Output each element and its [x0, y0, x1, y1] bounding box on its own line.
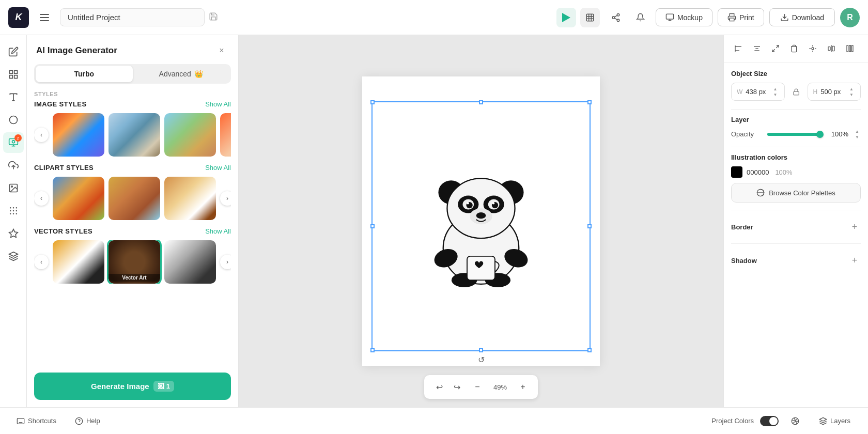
handle-mid-left[interactable]: [370, 224, 375, 228]
sidebar-upload-icon[interactable]: [3, 155, 24, 176]
user-avatar[interactable]: R: [840, 8, 860, 27]
image-styles-show-all[interactable]: Show All: [205, 100, 231, 108]
handle-bottom-left[interactable]: [370, 348, 375, 352]
style-thumb-tiger[interactable]: [53, 240, 104, 284]
project-title-input[interactable]: [60, 8, 205, 26]
add-shadow-button[interactable]: +: [848, 254, 861, 267]
right-panel-toolbar: [724, 35, 868, 63]
shortcuts-button[interactable]: Shortcuts: [10, 414, 63, 428]
opacity-up[interactable]: ▲: [854, 129, 861, 134]
frame-button[interactable]: [580, 8, 600, 27]
style-thumb-anime[interactable]: [164, 113, 216, 157]
sidebar-shapes-icon[interactable]: [3, 110, 24, 130]
handle-top-mid[interactable]: [479, 100, 483, 104]
lock-aspect-button[interactable]: [789, 85, 803, 99]
handle-bottom-mid[interactable]: [479, 348, 483, 352]
notifications-button[interactable]: [631, 8, 650, 27]
style-thumb-wolf[interactable]: [164, 240, 216, 284]
svg-point-10: [612, 16, 615, 19]
sidebar-edit-icon[interactable]: [3, 41, 24, 62]
image-styles-prev[interactable]: ‹: [34, 128, 49, 142]
sidebar-ai-icon[interactable]: 2: [3, 132, 24, 153]
svg-point-37: [9, 213, 11, 215]
height-field[interactable]: H 500 px ▲ ▼: [808, 83, 861, 101]
sidebar-ai-gen-icon[interactable]: [3, 223, 24, 244]
mockup-button[interactable]: Mockup: [656, 8, 712, 26]
opacity-down[interactable]: ▼: [854, 134, 861, 140]
vector-styles-prev[interactable]: ‹: [34, 255, 49, 269]
columns-tool[interactable]: [842, 40, 858, 57]
share-button[interactable]: [606, 8, 626, 27]
svg-line-72: [776, 45, 779, 48]
browse-color-palettes-button[interactable]: Browse Color Palettes: [731, 183, 861, 203]
delete-tool[interactable]: [786, 40, 802, 57]
download-button[interactable]: Download: [769, 8, 835, 26]
rotate-handle[interactable]: ↺: [478, 355, 485, 365]
play-button[interactable]: [556, 8, 576, 27]
panda-selection-box[interactable]: ↺: [371, 101, 591, 351]
zoom-in-button[interactable]: +: [515, 379, 531, 395]
save-icon[interactable]: [209, 12, 218, 23]
style-thumb-cat[interactable]: [109, 177, 160, 220]
sidebar-layers-icon[interactable]: [3, 246, 24, 267]
width-down[interactable]: ▼: [772, 92, 779, 97]
style-thumb-portrait[interactable]: [53, 113, 104, 157]
generate-image-button[interactable]: Generate Image 🖼 1: [34, 373, 231, 400]
opacity-thumb[interactable]: [816, 131, 824, 138]
clipart-styles-next[interactable]: ›: [220, 191, 231, 206]
height-spinner[interactable]: ▲ ▼: [848, 86, 855, 97]
sidebar-dotgrid-icon[interactable]: [3, 200, 24, 221]
vector-styles-show-all[interactable]: Show All: [205, 227, 231, 235]
layers-button[interactable]: Layers: [812, 414, 858, 428]
redo-button[interactable]: ↪: [449, 379, 464, 395]
handle-bottom-right[interactable]: [587, 348, 592, 352]
style-thumb-colorful[interactable]: [220, 113, 231, 157]
clipart-styles-show-all[interactable]: Show All: [205, 164, 231, 172]
align-left-tool[interactable]: [730, 40, 747, 57]
image-styles-row: ‹ ›: [34, 113, 231, 157]
sidebar-grid-icon[interactable]: [3, 64, 24, 85]
color-palette-icon-btn[interactable]: [785, 414, 805, 428]
width-field[interactable]: W 438 px ▲ ▼: [731, 83, 785, 101]
app-logo[interactable]: K: [8, 7, 29, 28]
zoom-out-button[interactable]: −: [470, 379, 485, 395]
style-thumb-beagle[interactable]: [164, 177, 216, 220]
svg-point-57: [492, 202, 495, 205]
svg-line-12: [614, 18, 617, 20]
tab-turbo[interactable]: Turbo: [36, 66, 133, 82]
opacity-slider[interactable]: [767, 133, 823, 136]
width-up[interactable]: ▲: [772, 86, 779, 91]
position-tool[interactable]: [804, 40, 821, 57]
bottom-right: Project Colors Layers: [711, 414, 858, 428]
ai-panel-close-button[interactable]: ×: [214, 43, 229, 58]
svg-rect-4: [586, 14, 594, 21]
color-swatch[interactable]: [731, 166, 742, 178]
clipart-styles-prev[interactable]: ‹: [34, 191, 49, 206]
handle-top-right[interactable]: [587, 100, 592, 104]
height-up[interactable]: ▲: [848, 86, 855, 91]
flip-tool[interactable]: [767, 40, 784, 57]
print-button[interactable]: Print: [718, 8, 764, 26]
sidebar-photos-icon[interactable]: [3, 178, 24, 198]
handle-mid-right[interactable]: [587, 224, 592, 228]
zoom-bar: ↩ ↪ − 49% +: [424, 375, 538, 399]
tab-advanced[interactable]: Advanced 👑: [133, 66, 230, 82]
style-thumb-vector-art[interactable]: Vector Art: [109, 240, 160, 284]
project-colors-toggle[interactable]: [760, 416, 779, 426]
menu-button[interactable]: [35, 8, 54, 27]
width-spinner[interactable]: ▲ ▼: [772, 86, 779, 97]
add-border-button[interactable]: +: [848, 221, 861, 233]
vector-styles-next[interactable]: ›: [220, 255, 231, 269]
align-center-tool[interactable]: [749, 40, 765, 57]
style-thumb-dog[interactable]: [53, 177, 104, 220]
help-button[interactable]: Help: [69, 414, 106, 428]
height-down[interactable]: ▼: [848, 92, 855, 97]
undo-button[interactable]: ↩: [431, 379, 447, 395]
align-vertical-tool[interactable]: [823, 40, 840, 57]
svg-rect-2: [40, 20, 49, 21]
sidebar-text-icon[interactable]: [3, 87, 24, 107]
handle-top-left[interactable]: [370, 100, 375, 104]
style-thumb-landscape[interactable]: [109, 113, 160, 157]
svg-point-31: [9, 207, 11, 209]
opacity-spinner[interactable]: ▲ ▼: [854, 129, 861, 140]
